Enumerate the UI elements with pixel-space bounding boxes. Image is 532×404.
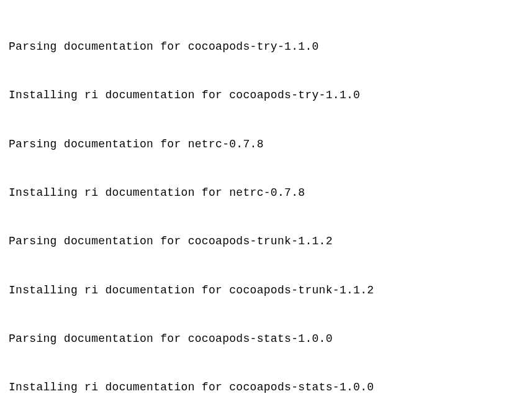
terminal-line: Parsing documentation for cocoapods-try-… [9,39,523,55]
terminal-line: Installing ri documentation for netrc-0.… [9,185,523,201]
terminal-line: Installing ri documentation for cocoapod… [9,282,523,298]
terminal-line: Parsing documentation for netrc-0.7.8 [9,136,523,152]
terminal-output: Parsing documentation for cocoapods-try-… [9,6,523,404]
terminal-line: Parsing documentation for cocoapods-stat… [9,331,523,347]
terminal-line: Installing ri documentation for cocoapod… [9,87,523,103]
terminal-line: Parsing documentation for cocoapods-trun… [9,233,523,249]
terminal-line: Installing ri documentation for cocoapod… [9,379,523,395]
